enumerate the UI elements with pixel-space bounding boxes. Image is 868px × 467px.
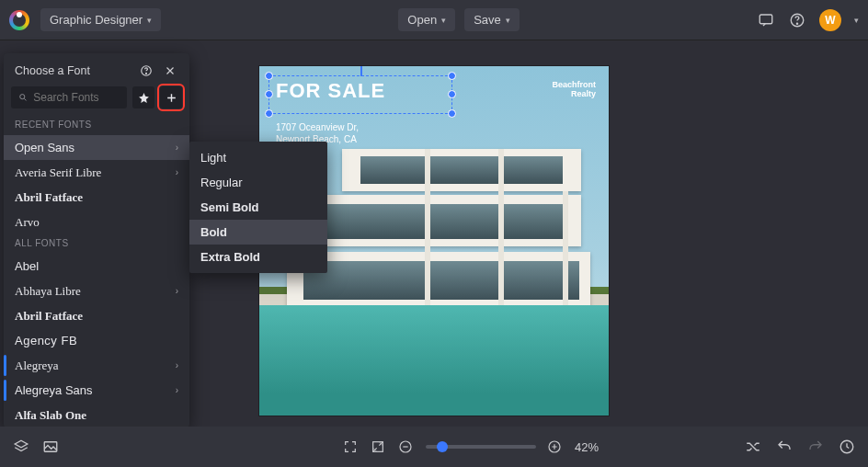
add-font-button[interactable]: [160, 86, 182, 108]
font-item-agency[interactable]: Agency FB: [4, 328, 189, 353]
help-icon[interactable]: [138, 63, 154, 79]
chevron-down-icon[interactable]: ▾: [854, 16, 859, 25]
resize-handle[interactable]: [265, 109, 273, 118]
recent-fonts-label: RECENT FONTS: [4, 116, 189, 135]
resize-handle[interactable]: [448, 72, 456, 80]
chevron-down-icon: ▾: [441, 16, 446, 25]
mode-label: Graphic Designer: [50, 13, 143, 27]
chevron-right-icon: ›: [176, 286, 178, 296]
font-item-abril[interactable]: Abril Fatface: [4, 185, 189, 210]
avatar-letter: W: [825, 14, 835, 27]
font-name: Alegreya Sans: [15, 383, 176, 397]
font-item-abhaya[interactable]: Abhaya Libre ›: [4, 279, 189, 303]
search-icon: [18, 92, 28, 103]
font-name: Alegreya: [15, 359, 176, 373]
close-icon[interactable]: [162, 63, 178, 79]
brand-text[interactable]: Beachfront Realty: [552, 81, 596, 99]
font-item-abril-2[interactable]: Abril Fatface: [4, 303, 189, 328]
brand-line2: Realty: [552, 90, 596, 99]
avatar[interactable]: W: [819, 9, 841, 31]
resize-handle[interactable]: [265, 90, 273, 98]
weight-light[interactable]: Light: [189, 145, 327, 170]
font-name: Abril Fatface: [15, 190, 178, 205]
gallery-icon[interactable]: [42, 439, 59, 455]
save-button[interactable]: Save ▾: [464, 8, 520, 31]
svg-rect-0: [760, 15, 772, 24]
font-item-alegreya[interactable]: Alegreya ›: [4, 353, 189, 378]
bottombar: 42%: [0, 427, 868, 467]
mode-selector[interactable]: Graphic Designer ▾: [40, 8, 161, 31]
shuffle-icon[interactable]: [745, 439, 761, 455]
resize-handle[interactable]: [448, 109, 456, 118]
plus-icon: [166, 92, 177, 104]
font-name: Alfa Slab One: [15, 408, 178, 423]
font-item-open-sans[interactable]: Open Sans ›: [4, 135, 189, 160]
font-name: Abhaya Libre: [15, 284, 176, 299]
zoom-slider[interactable]: [426, 445, 536, 449]
chevron-right-icon: ›: [176, 385, 178, 395]
font-item-averia[interactable]: Averia Serif Libre ›: [4, 160, 189, 185]
font-name: Abel: [15, 259, 178, 273]
zoom-label: 42%: [575, 440, 599, 454]
chevron-right-icon: ›: [176, 142, 178, 153]
selection-box[interactable]: [268, 75, 452, 114]
open-label: Open: [407, 13, 437, 27]
font-item-abel[interactable]: Abel: [4, 254, 189, 279]
layers-icon[interactable]: [13, 439, 29, 455]
weight-regular[interactable]: Regular: [189, 170, 327, 195]
help-icon[interactable]: [788, 11, 806, 29]
font-name: Averia Serif Libre: [15, 165, 176, 180]
all-fonts-label: ALL FONTS: [4, 234, 189, 254]
weight-extrabold[interactable]: Extra Bold: [189, 245, 327, 269]
undo-icon[interactable]: [776, 439, 793, 455]
open-button[interactable]: Open ▾: [398, 8, 455, 31]
history-icon[interactable]: [839, 439, 855, 455]
font-search[interactable]: [11, 86, 127, 108]
font-name: Abril Fatface: [15, 309, 178, 324]
redo-icon[interactable]: [807, 439, 824, 455]
zoom-in-button[interactable]: [547, 439, 564, 454]
favorites-button[interactable]: [132, 86, 154, 108]
resize-handle[interactable]: [448, 90, 456, 98]
font-item-alegreya-sans[interactable]: Alegreya Sans ›: [4, 378, 189, 403]
font-name: Agency FB: [15, 334, 178, 347]
chevron-right-icon: ›: [176, 360, 178, 370]
font-item-alfa[interactable]: Alfa Slab One: [4, 403, 189, 427]
expand-icon[interactable]: [371, 439, 387, 454]
chevron-right-icon: ›: [176, 167, 178, 177]
save-label: Save: [474, 13, 501, 27]
chevron-down-icon: ▾: [147, 16, 152, 25]
resize-handle[interactable]: [265, 72, 273, 80]
star-icon: [138, 92, 150, 104]
feedback-icon[interactable]: [757, 11, 775, 29]
topbar: Graphic Designer ▾ Open ▾ Save ▾ W ▾: [0, 0, 868, 40]
zoom-thumb[interactable]: [437, 441, 448, 452]
svg-point-5: [20, 95, 25, 99]
font-item-arvo[interactable]: Arvo: [4, 210, 189, 234]
font-name: Open Sans: [15, 141, 176, 154]
weight-semibold[interactable]: Semi Bold: [189, 195, 327, 220]
weight-bold[interactable]: Bold: [189, 220, 327, 245]
zoom-out-button[interactable]: [398, 439, 415, 454]
app-logo: [9, 10, 29, 30]
font-name: Arvo: [15, 215, 178, 230]
font-panel: Choose a Font RECENT FONTS Open Sans › A…: [4, 53, 189, 427]
svg-point-2: [796, 23, 797, 24]
font-search-input[interactable]: [33, 91, 120, 104]
font-panel-title: Choose a Font: [15, 64, 131, 77]
address-line1: 1707 Oceanview Dr,: [276, 121, 359, 133]
svg-point-4: [146, 73, 147, 74]
chevron-down-icon: ▾: [506, 16, 510, 25]
font-weight-flyout: Light Regular Semi Bold Bold Extra Bold: [189, 142, 327, 273]
fit-icon[interactable]: [343, 439, 360, 454]
